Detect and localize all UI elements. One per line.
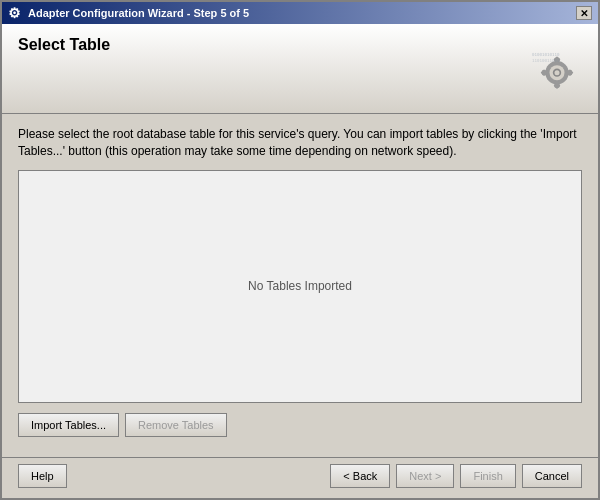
content-area: Please select the root database table fo… [2,114,598,457]
header-icon: 01001010110 11010011001 [522,36,582,96]
description-text: Please select the root database table fo… [18,126,582,160]
finish-button[interactable]: Finish [460,464,515,488]
gear-icon: 01001010110 11010011001 [532,46,582,96]
remove-tables-button[interactable]: Remove Tables [125,413,227,437]
help-button[interactable]: Help [18,464,67,488]
back-button[interactable]: < Back [330,464,390,488]
window-title: Adapter Configuration Wizard - Step 5 of… [28,7,249,19]
svg-text:01001010110: 01001010110 [532,52,560,57]
import-tables-button[interactable]: Import Tables... [18,413,119,437]
wizard-window: ⚙ Adapter Configuration Wizard - Step 5 … [0,0,600,500]
table-list: No Tables Imported [18,170,582,403]
app-icon: ⚙ [8,5,24,21]
header-left: Select Table [18,36,522,64]
footer-nav-buttons: < Back Next > Finish Cancel [330,464,582,488]
empty-state-message: No Tables Imported [248,279,352,293]
page-title: Select Table [18,36,522,54]
import-remove-row: Import Tables... Remove Tables [18,413,582,437]
title-bar-left: ⚙ Adapter Configuration Wizard - Step 5 … [8,5,249,21]
title-bar: ⚙ Adapter Configuration Wizard - Step 5 … [2,2,598,24]
header-section: Select Table [2,24,598,114]
next-button[interactable]: Next > [396,464,454,488]
close-button[interactable]: ✕ [576,6,592,20]
svg-text:11010011001: 11010011001 [532,58,560,63]
svg-point-11 [555,70,560,75]
cancel-button[interactable]: Cancel [522,464,582,488]
footer: Help < Back Next > Finish Cancel [2,457,598,498]
